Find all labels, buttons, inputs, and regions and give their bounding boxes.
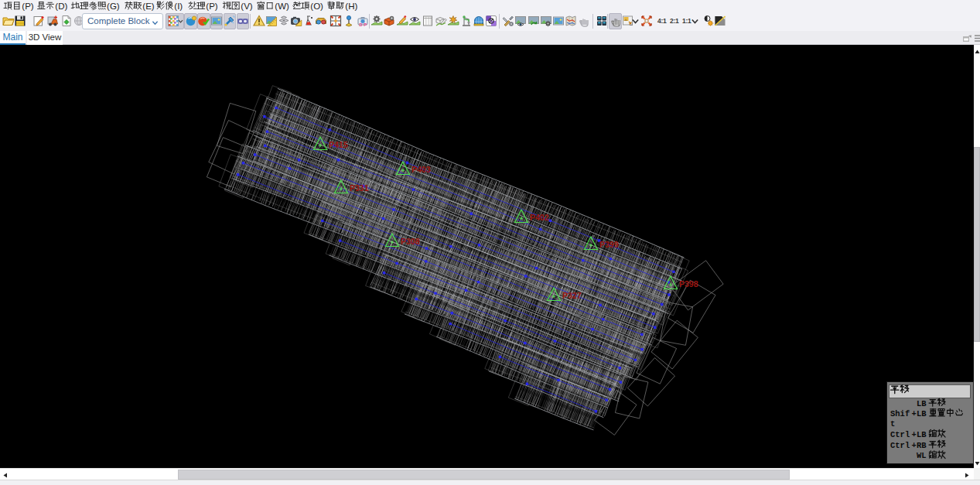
svg-text:LB: LB (917, 399, 927, 408)
svg-text:(D): (D) (55, 2, 67, 11)
svg-text:(I): (I) (174, 2, 183, 11)
svg-text:P327: P327 (562, 291, 582, 300)
svg-text:P398: P398 (679, 279, 698, 289)
svg-text:(P): (P) (22, 2, 34, 11)
svg-text:+RB: +RB (912, 441, 927, 450)
svg-text:P331: P331 (350, 183, 369, 193)
svg-text:t: t (890, 419, 895, 429)
svg-text:(O): (O) (310, 2, 323, 11)
svg-text:P403: P403 (411, 165, 431, 174)
svg-text:Ctrl: Ctrl (890, 441, 910, 450)
svg-text:+LB: +LB (912, 430, 927, 439)
svg-text:Shif: Shif (890, 409, 910, 418)
svg-text:P308: P308 (401, 237, 420, 246)
svg-text:(G): (G) (107, 2, 120, 11)
svg-text:(W): (W) (275, 2, 289, 11)
svg-text:Ctrl: Ctrl (890, 430, 910, 439)
svg-text:WL: WL (917, 451, 927, 460)
svg-text:P399: P399 (599, 240, 619, 249)
svg-text:(E): (E) (142, 2, 155, 11)
svg-text:P402: P402 (530, 213, 549, 222)
svg-text:+LB: +LB (912, 409, 927, 418)
svg-text:(P): (P) (206, 2, 218, 11)
svg-text:P415: P415 (329, 140, 348, 149)
svg-text:(V): (V) (241, 2, 253, 11)
svg-text:D P: D P (359, 22, 367, 26)
svg-text:(H): (H) (345, 2, 357, 11)
